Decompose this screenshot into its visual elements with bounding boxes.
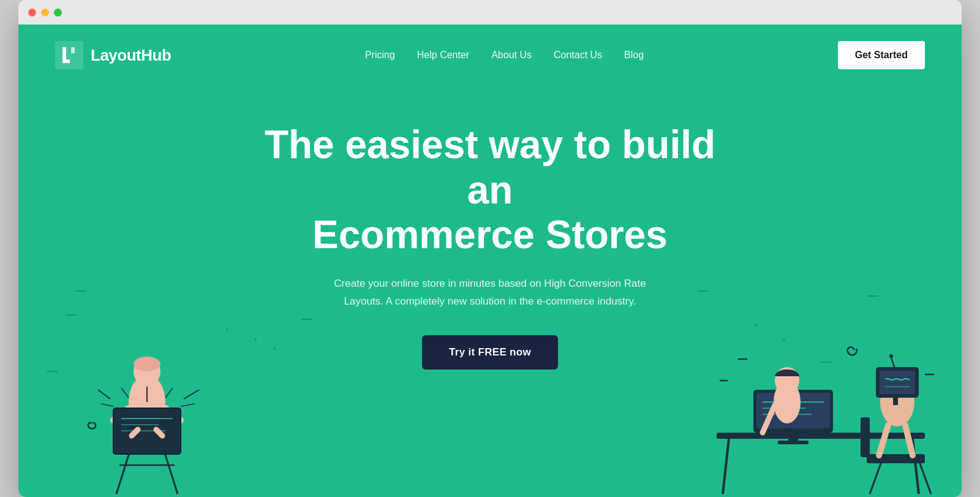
svg-rect-23 xyxy=(717,433,925,439)
logo-text: LayoutHub xyxy=(91,46,171,65)
nav-item-blog[interactable]: Blog xyxy=(624,50,644,60)
traffic-light-green[interactable] xyxy=(54,9,62,17)
traffic-light-yellow[interactable] xyxy=(41,9,49,17)
svg-rect-46 xyxy=(893,398,898,405)
svg-rect-33 xyxy=(778,441,809,444)
logo-icon xyxy=(55,41,83,69)
browser-window: LayoutHub Pricing Help Center About Us C… xyxy=(18,0,962,497)
hero-section: The easiest way to build an Ecommerce St… xyxy=(18,86,962,394)
nav-item-pricing[interactable]: Pricing xyxy=(365,50,395,60)
svg-line-26 xyxy=(870,460,882,494)
nav-item-contact-us[interactable]: Contact Us xyxy=(554,50,602,60)
page: LayoutHub Pricing Help Center About Us C… xyxy=(18,25,962,497)
svg-line-24 xyxy=(723,439,729,494)
svg-line-48 xyxy=(905,425,913,455)
svg-rect-28 xyxy=(867,454,925,463)
try-free-button[interactable]: Try it FREE now xyxy=(422,335,558,370)
navbar: LayoutHub Pricing Help Center About Us C… xyxy=(18,25,962,86)
svg-line-47 xyxy=(879,425,888,455)
svg-line-27 xyxy=(919,460,931,494)
nav-links: Pricing Help Center About Us Contact Us … xyxy=(365,50,644,61)
svg-rect-29 xyxy=(861,417,870,457)
logo-link[interactable]: LayoutHub xyxy=(55,41,171,69)
nav-item-about-us[interactable]: About Us xyxy=(491,50,532,60)
traffic-light-red[interactable] xyxy=(28,9,36,17)
svg-line-18 xyxy=(181,404,195,406)
svg-rect-0 xyxy=(55,41,83,69)
svg-line-17 xyxy=(101,404,113,406)
browser-chrome xyxy=(18,0,962,25)
get-started-button[interactable]: Get Started xyxy=(838,41,925,69)
svg-rect-32 xyxy=(788,433,798,442)
hero-subtitle: Create your online store in minutes base… xyxy=(318,275,662,311)
nav-item-help-center[interactable]: Help Center xyxy=(417,50,469,60)
hero-title: The easiest way to build an Ecommerce St… xyxy=(245,123,735,258)
